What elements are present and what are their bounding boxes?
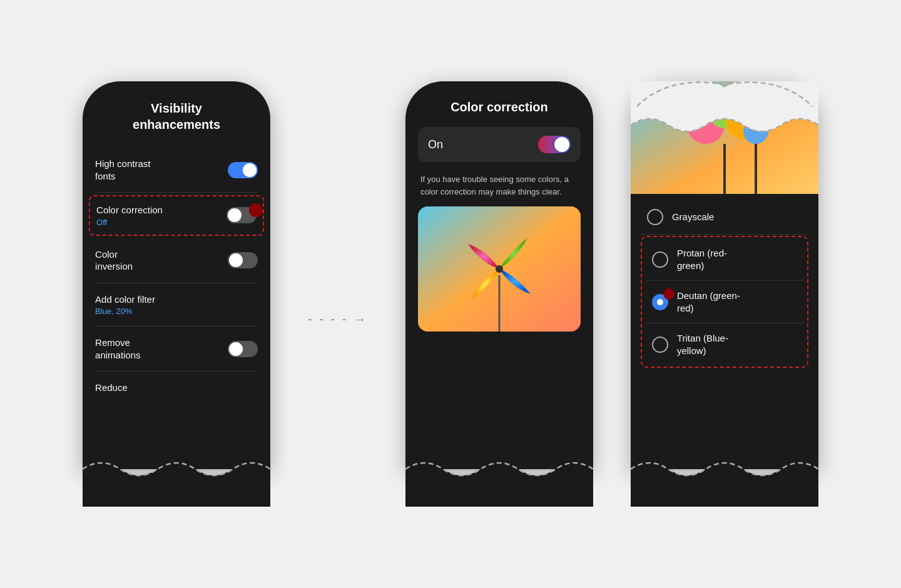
toggle-thumb-cc: [228, 208, 242, 222]
deutan-option[interactable]: Deutan (green-red): [646, 281, 803, 323]
color-correction-label-group: Color correction Off: [96, 204, 163, 227]
screen3-top-image: [631, 81, 818, 194]
toggle-thumb-ra: [229, 342, 243, 356]
phone3-container: Grayscale Protan (red-green) Deutan (gre…: [631, 81, 818, 507]
phone1-container: Visibility enhancements High contrastfon…: [83, 81, 270, 507]
add-color-filter-item[interactable]: Add color filter Blue, 20%: [95, 283, 258, 327]
color-inversion-label: Colorinversion: [95, 248, 133, 273]
color-correction-status: Off: [96, 218, 163, 227]
grayscale-radio[interactable]: [647, 209, 663, 225]
red-dot-deutan: [663, 288, 674, 300]
high-contrast-fonts-label: High contrastfonts: [95, 158, 150, 182]
high-contrast-fonts-item[interactable]: High contrastfonts: [95, 148, 258, 193]
protan-radio[interactable]: [652, 251, 668, 268]
protan-label: Protan (red-green): [677, 247, 727, 271]
protan-option[interactable]: Protan (red-green): [646, 238, 803, 281]
screen1-content: Visibility enhancements High contrastfon…: [83, 81, 270, 469]
remove-animations-item[interactable]: Removeanimations: [95, 327, 258, 372]
color-inversion-toggle[interactable]: [228, 252, 258, 268]
screen2-content: Color correction On If you have trouble …: [405, 81, 593, 469]
deutan-label: Deutan (green-red): [677, 290, 740, 314]
add-color-filter-label: Add color filter: [95, 293, 155, 306]
reduce-item[interactable]: Reduce: [95, 372, 258, 404]
toggle-thumb-ci: [229, 253, 243, 267]
dashed-arrow: - - - - →: [308, 312, 368, 327]
phone1-screen: Visibility enhancements High contrastfon…: [83, 81, 270, 469]
phone2-screen: Color correction On If you have trouble …: [405, 81, 593, 469]
color-correction-label: Color correction: [96, 204, 163, 216]
tritan-option[interactable]: Tritan (Blue-yellow): [646, 323, 803, 365]
phone3-bottom-dashed: [631, 457, 818, 507]
phone3-screen: Grayscale Protan (red-green) Deutan (gre…: [631, 81, 818, 469]
svg-point-2: [496, 265, 503, 273]
screen2-title: Color correction: [418, 100, 581, 114]
grayscale-option[interactable]: Grayscale: [641, 200, 808, 235]
reduce-label: Reduce: [95, 382, 128, 394]
color-inversion-item[interactable]: Colorinversion: [95, 238, 258, 283]
high-contrast-fonts-toggle[interactable]: [228, 162, 258, 178]
color-correction-controls: [227, 207, 257, 223]
toggle-thumb: [243, 163, 257, 177]
phone2-bottom-dashed: [405, 457, 593, 507]
dual-toggle-thumb: [554, 137, 569, 152]
remove-animations-label: Removeanimations: [95, 337, 141, 361]
dual-color-toggle[interactable]: [538, 136, 571, 153]
add-color-filter-status: Blue, 20%: [95, 307, 155, 316]
phone1-bottom-dashed: [83, 457, 270, 507]
grayscale-label: Grayscale: [672, 211, 715, 223]
color-correction-item[interactable]: Color correction Off: [89, 195, 264, 236]
svg-point-7: [743, 119, 768, 144]
color-correction-on-row[interactable]: On: [418, 127, 581, 162]
highlighted-radio-section: Protan (red-green) Deutan (green-red) Tr…: [641, 236, 808, 368]
on-label: On: [428, 138, 443, 151]
red-dot-cc: [249, 203, 263, 217]
screen3-radio-options: Grayscale Protan (red-green) Deutan (gre…: [631, 194, 818, 375]
add-color-filter-label-group: Add color filter Blue, 20%: [95, 293, 155, 317]
color-inversion-label-group: Colorinversion: [95, 248, 133, 273]
remove-animations-label-group: Removeanimations: [95, 337, 141, 361]
pinwheel-image: [418, 206, 581, 332]
tritan-radio[interactable]: [652, 337, 668, 353]
phone2-container: Color correction On If you have trouble …: [405, 81, 593, 507]
arrow-container: - - - - →: [308, 312, 368, 327]
color-correction-description: If you have trouble seeing some colors, …: [418, 173, 581, 198]
tritan-label: Tritan (Blue-yellow): [677, 332, 728, 357]
screen1-title: Visibility enhancements: [95, 100, 258, 133]
color-correction-toggle[interactable]: [227, 207, 257, 223]
remove-animations-toggle[interactable]: [228, 341, 258, 357]
